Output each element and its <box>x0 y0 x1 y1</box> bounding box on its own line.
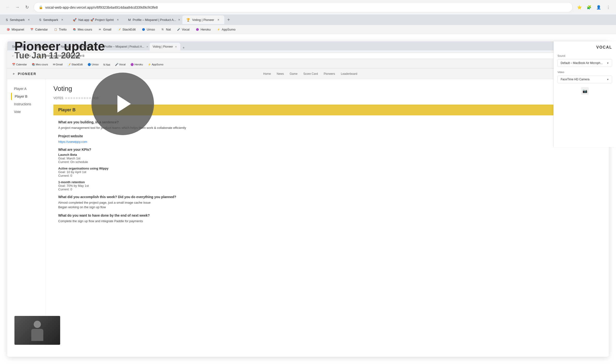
sound-label: Sound <box>558 54 612 57</box>
sidebar-label-player-a: Player A <box>14 87 27 91</box>
bookmark-mes-cours[interactable]: 📚 Mes cours <box>70 27 94 32</box>
tab-label: Voting | Pioneer <box>192 18 214 22</box>
tab-pioneer[interactable]: 🏆 Voting | Pioneer ✕ <box>182 15 224 24</box>
tab-sendspark2[interactable]: S Sendspark ✕ <box>35 15 68 24</box>
bookmark-label: AppSumo <box>222 28 236 31</box>
kpi-launch-beta: Launch Beta Goal: March 1st Current: On … <box>58 153 596 164</box>
nat-favicon: N <box>161 28 165 31</box>
vote-dots <box>65 97 91 99</box>
inner-bookmark-gmail[interactable]: ✉ Gmail <box>51 63 65 67</box>
star-button[interactable]: ⭐ <box>576 3 583 11</box>
inner-bookmark-stackedit[interactable]: 📝 StackEdit <box>66 63 85 67</box>
vote-dot-2 <box>68 97 70 99</box>
bookmark-stackedit[interactable]: 📝 StackEdit <box>115 27 138 32</box>
tab-close[interactable]: ✕ <box>178 18 180 22</box>
inner-bookmark-calendar[interactable]: 📅 Calendar <box>10 63 29 67</box>
tab-close[interactable]: ✕ <box>116 18 120 22</box>
inner-address-bar[interactable]: 🔒 pioneer.app/voting/458#player-b <box>35 53 591 59</box>
voting-sidebar: Player A Player B Instructions Vote <box>7 79 46 346</box>
sound-select[interactable]: Default – MacBook Air Microph... ▼ <box>558 59 612 67</box>
inner-tab-mixpanel[interactable]: Profile – Mixpanel | Product A... ✕ <box>101 43 149 51</box>
votes-text: VOTES <box>54 96 63 100</box>
vote-dot-1 <box>65 97 67 99</box>
tab-close[interactable]: ✕ <box>216 18 220 22</box>
inner-bookmark-vocal[interactable]: 🎤 Vocal <box>113 63 128 67</box>
tab-close[interactable]: ✕ <box>27 18 31 22</box>
player-question-4: What did you accomplish this week? Did y… <box>58 195 596 199</box>
bookmark-appsumo[interactable]: ⚡ AppSumo <box>214 27 238 32</box>
kpi-3-goal: Goal: 70% by May 1st <box>58 184 596 188</box>
vocal-favicon: 🎤 <box>177 28 180 31</box>
inner-tab-pioneer[interactable]: Voting | Pioneer ✕ <box>150 43 180 51</box>
video-select[interactable]: FaceTime HD Camera ▼ <box>558 76 612 83</box>
back-button[interactable]: ← <box>4 3 12 11</box>
pioneer-nav-links: Home News Game Score Card Pioneers Leade… <box>263 72 357 76</box>
tab-sendspark1[interactable]: S Sendspark ✕ <box>2 15 35 24</box>
bookmark-label: Umso <box>147 28 155 31</box>
tab-mixpanel[interactable]: M Profile – Mixpanel | Product A... ✕ <box>124 15 182 24</box>
inner-bookmark-umso[interactable]: 🔵 Umso <box>86 63 101 67</box>
pioneer-nav-leaderboard[interactable]: Leaderboard <box>341 72 357 76</box>
bookmark-umso[interactable]: 🔵 Umso <box>139 27 157 32</box>
inner-new-tab-button[interactable]: + <box>181 45 187 51</box>
tab-favicon: S <box>6 18 8 22</box>
sidebar-item-player-b[interactable]: Player B <box>11 92 42 100</box>
player-question-5: What do you want to have done by the end… <box>58 213 596 217</box>
forward-button[interactable]: → <box>13 3 21 11</box>
profile-button[interactable]: 👤 <box>595 3 603 11</box>
sidebar-item-player-a[interactable]: Player A <box>11 85 42 92</box>
bookmark-gmail[interactable]: ✉ Gmail <box>95 27 114 32</box>
camera-icon: 📷 <box>583 89 587 93</box>
play-button-icon <box>117 95 131 113</box>
refresh-button[interactable]: ↻ <box>23 3 31 11</box>
inner-tab-label: Profile – Mixpanel | Product A... <box>104 45 144 48</box>
pioneer-header: ▶ PIONEER Home News Game Score Card Pion… <box>7 68 609 79</box>
vocal-panel: VOCAL Sound Default – MacBook Air Microp… <box>553 41 616 147</box>
inner-bookmark-nat[interactable]: N Nat <box>102 63 112 67</box>
url-text: vocal-web-app-dev.vercel.app/v/6f9323b4a… <box>45 5 568 9</box>
player-answer-4-1: Almost completed the project page, just … <box>58 200 596 205</box>
umso-favicon: 🔵 <box>142 28 145 31</box>
inner-bookmark-mes-cours[interactable]: 📚 Mes cours <box>30 63 50 67</box>
video-value: FaceTime HD Camera <box>561 78 589 81</box>
pioneer-nav-home[interactable]: Home <box>263 72 271 76</box>
sidebar-item-instructions[interactable]: Instructions <box>11 100 42 108</box>
player-section-q5: What do you want to have done by the end… <box>54 213 601 224</box>
pioneer-nav-game[interactable]: Game <box>290 72 298 76</box>
sound-value: Default – MacBook Air Microph... <box>561 61 603 65</box>
bookmark-label: Calendar <box>35 28 48 31</box>
bookmark-heroku[interactable]: 🟣 Heroku <box>193 27 213 32</box>
vote-dot-6 <box>79 97 80 99</box>
bookmark-mixpanel[interactable]: 🎯 Mixpanel <box>4 27 27 32</box>
pioneer-nav-news[interactable]: News <box>277 72 284 76</box>
player-answer-5: Complete the sign up flow and integrate … <box>58 219 596 224</box>
vote-dot-8 <box>84 97 86 99</box>
bookmark-label: StackEdit <box>122 28 136 31</box>
tab-favicon: S <box>39 18 41 22</box>
sidebar-item-vote[interactable]: Vote <box>11 108 42 116</box>
pioneer-nav-pioneers[interactable]: Pioneers <box>324 72 335 76</box>
gmail-favicon: ✉ <box>98 28 102 31</box>
inner-bookmark-appsumo[interactable]: ⚡ AppSumo <box>146 63 165 67</box>
address-bar[interactable]: 🔒 vocal-web-app-dev.vercel.app/v/6f9323b… <box>34 2 573 12</box>
extensions-button[interactable]: 🧩 <box>585 3 593 11</box>
bookmark-nat[interactable]: N Nat <box>158 27 173 32</box>
tab-favicon: 🏆 <box>186 18 190 22</box>
vote-dot-5 <box>76 97 78 99</box>
bookmark-calendar[interactable]: 📅 Calendar <box>27 27 50 32</box>
menu-button[interactable]: ⋮ <box>604 3 612 11</box>
inner-tab-close[interactable]: ✕ <box>174 45 177 49</box>
player-website-link[interactable]: https://usewippy.com <box>58 140 87 143</box>
tab-nat[interactable]: 🚀 Nat.app 🚀 Project Sprint ✕ <box>69 15 124 24</box>
mixpanel-favicon: 🎯 <box>6 28 10 31</box>
inner-bookmark-heroku[interactable]: 🟣 Heroku <box>129 63 145 67</box>
video-overlay[interactable] <box>92 73 154 135</box>
pioneer-nav-score-card[interactable]: Score Card <box>303 72 318 76</box>
bookmark-label: Trello <box>59 28 67 31</box>
bookmark-trello[interactable]: 📋 Trello <box>51 27 69 32</box>
kpi-active-orgs: Active organisations using Wippy Goal: 1… <box>58 167 596 177</box>
tab-close[interactable]: ✕ <box>60 18 65 22</box>
new-tab-button[interactable]: + <box>225 16 232 24</box>
inner-tab-close[interactable]: ✕ <box>146 45 149 49</box>
bookmark-vocal[interactable]: 🎤 Vocal <box>174 27 192 32</box>
